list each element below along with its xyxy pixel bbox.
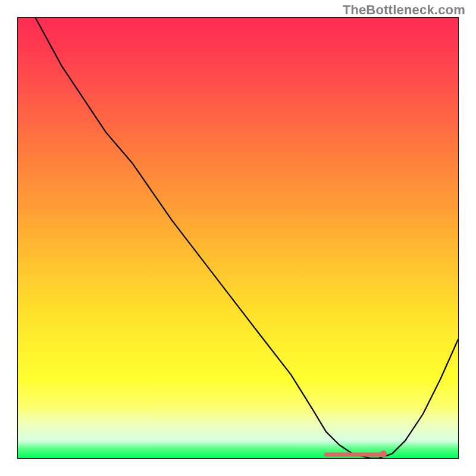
watermark-text: TheBottleneck.com <box>343 2 465 18</box>
bottleneck-curve <box>36 18 458 458</box>
chart-overlay <box>18 18 458 458</box>
chart-area <box>17 17 459 459</box>
minimum-highlight-dot <box>380 450 387 458</box>
